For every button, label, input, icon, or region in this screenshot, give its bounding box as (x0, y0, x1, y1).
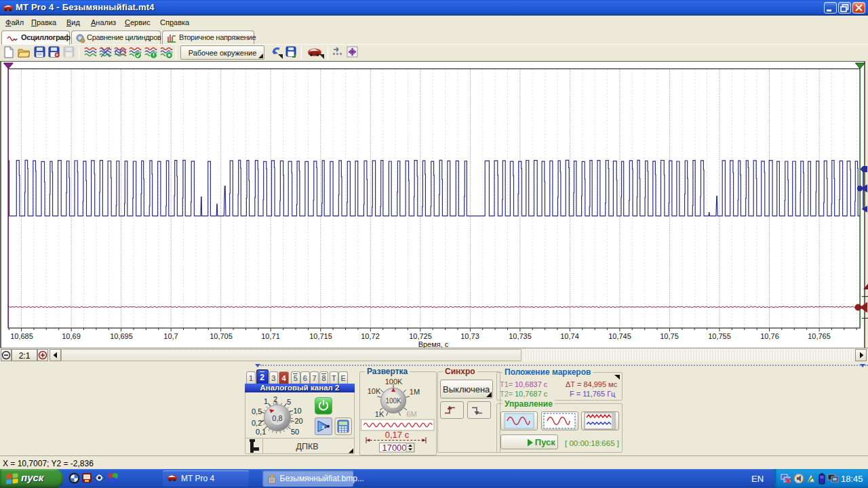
svg-text:10,69: 10,69 (62, 332, 81, 340)
svg-text:6M: 6M (406, 410, 416, 418)
svg-text:10,765: 10,765 (808, 332, 831, 340)
svg-text:10,74: 10,74 (560, 332, 579, 340)
svg-text:10,7: 10,7 (163, 332, 178, 340)
svg-text:10,75: 10,75 (660, 332, 679, 340)
svg-text:0,8: 0,8 (272, 414, 282, 422)
svg-text:10,73: 10,73 (460, 332, 479, 340)
svg-text:10,715: 10,715 (309, 332, 332, 340)
svg-text:x: x (321, 424, 325, 430)
svg-text:0,17 с: 0,17 с (384, 430, 409, 440)
svg-text:10,755: 10,755 (708, 332, 731, 340)
svg-text:100K: 100K (385, 397, 401, 405)
svg-text:10,695: 10,695 (110, 332, 133, 340)
svg-text:10K: 10K (367, 387, 380, 395)
svg-text:100K: 100K (384, 378, 402, 386)
svg-text:ДПКВ: ДПКВ (296, 442, 318, 451)
svg-text:10,735: 10,735 (509, 332, 532, 340)
svg-text:17000: 17000 (382, 443, 406, 453)
svg-text:10,685: 10,685 (10, 332, 33, 340)
svg-text:1M: 1M (409, 388, 419, 396)
svg-text:10,745: 10,745 (608, 332, 631, 340)
svg-text:10,725: 10,725 (409, 332, 432, 340)
svg-text:1K: 1K (374, 410, 384, 418)
svg-text:10,76: 10,76 (760, 332, 779, 340)
svg-text:10,705: 10,705 (210, 332, 233, 340)
svg-text:10,71: 10,71 (261, 332, 280, 340)
svg-text:10,72: 10,72 (361, 332, 380, 340)
